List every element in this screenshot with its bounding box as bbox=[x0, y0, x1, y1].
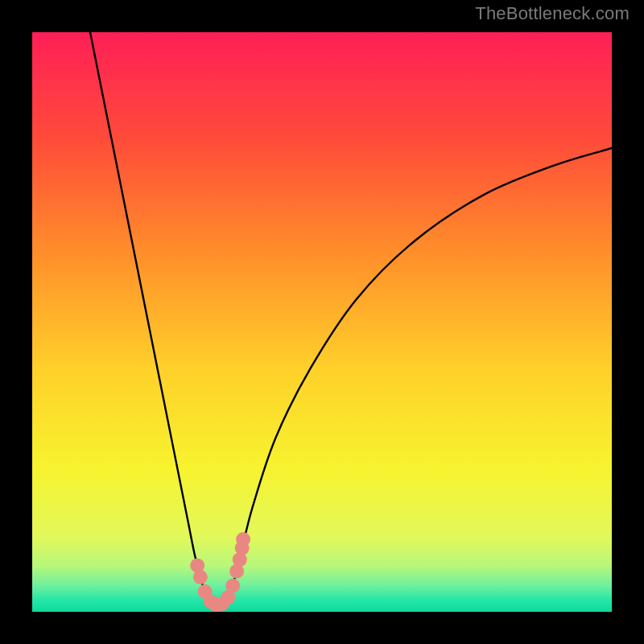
highlight-marker bbox=[193, 570, 208, 584]
highlight-marker bbox=[225, 579, 240, 593]
plot-area bbox=[32, 32, 612, 612]
chart-svg bbox=[32, 32, 612, 612]
plot-background bbox=[32, 32, 612, 612]
watermark-label: TheBottleneck.com bbox=[475, 3, 630, 24]
chart-frame: TheBottleneck.com bbox=[0, 0, 644, 644]
highlight-marker bbox=[236, 532, 250, 547]
